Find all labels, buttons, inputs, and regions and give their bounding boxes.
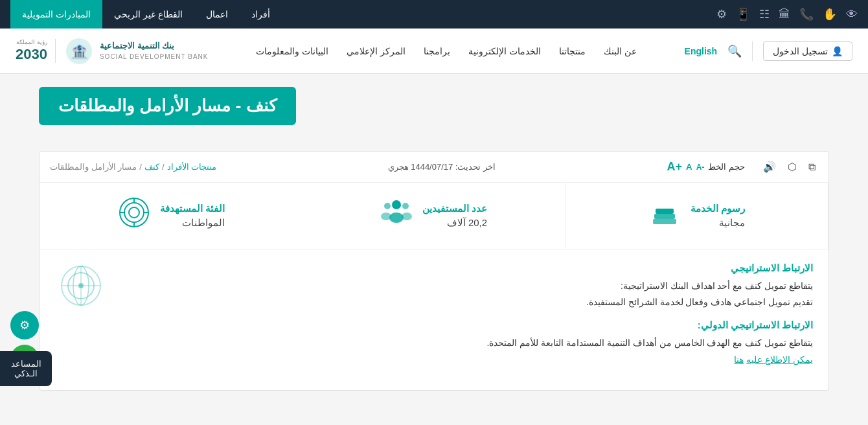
- info-block-fees: رسوم الخدمة مجانية: [565, 183, 828, 249]
- target-label: الفئة المستهدفة: [160, 203, 225, 214]
- site-header: 👤 تسجيل الدخول 🔍 English عن البنك منتجات…: [0, 29, 868, 74]
- svg-point-13: [129, 207, 139, 218]
- svg-rect-4: [656, 209, 674, 214]
- logo-text: بنك التنمية الاجتماعية SOCIAL DEVELOPMEN…: [100, 40, 209, 61]
- main-navigation: عن البنك منتجاتنا الخدمات الإلكترونية بر…: [247, 29, 646, 74]
- top-nav-links: أفراد اعمال القطاع غير الربحي المبادرات …: [10, 0, 282, 29]
- strategic-text-2: يتقاطع تمويل كنف مع الهدف الخامس من أهدا…: [120, 335, 813, 367]
- top-nav-icons: 👁 ✋ 📞 🏛 ☷ 📱 ⚙: [716, 7, 858, 21]
- nav-media[interactable]: المركز الإعلامي: [337, 29, 415, 74]
- login-label: تسجيل الدخول: [773, 46, 828, 56]
- logo-text-en: SOCIAL DEVELOPMENT BANK: [100, 52, 209, 62]
- page-content: كنف - مسار الأرامل والمطلقات ⧉ ⬡ 🔊 حجم ا…: [13, 74, 855, 404]
- nav-about[interactable]: عن البنك: [595, 29, 646, 74]
- content-card: ⧉ ⬡ 🔊 حجم الخط -A A +A اخر تحديث: 1444/0…: [39, 151, 829, 391]
- toolbar-icons: ⧉ ⬡ 🔊: [760, 158, 818, 176]
- beneficiaries-label: عدد المستفيدين: [422, 203, 487, 214]
- target-value: المواطنات: [160, 217, 225, 229]
- svg-point-7: [402, 203, 409, 209]
- font-normal-button[interactable]: A: [686, 162, 692, 172]
- vision-text: رؤية المملكة 2030: [16, 39, 47, 63]
- info-block-beneficiaries: عدد المستفيدين 20,2 آلاف: [302, 183, 565, 249]
- strategic-text-1: يتقاطع تمويل كنف مع أحد اهداف البنك الاس…: [120, 278, 813, 310]
- ai-label-1: المساعد: [10, 359, 41, 369]
- details-text: الارتباط الاستراتيجي يتقاطع تمويل كنف مع…: [120, 262, 813, 377]
- logo-text-ar: بنك التنمية الاجتماعية: [100, 40, 174, 52]
- ai-assistant-button[interactable]: المساعد الـذكي: [0, 351, 52, 386]
- org-icon[interactable]: ☷: [759, 7, 770, 21]
- svg-point-10: [381, 212, 391, 220]
- svg-point-5: [392, 200, 401, 209]
- settings-float-button[interactable]: ⚙: [10, 311, 39, 339]
- nav-initiatives[interactable]: المبادرات التمويلية: [10, 0, 102, 29]
- strategic-icon-area: [55, 262, 107, 317]
- login-button[interactable]: 👤 تسجيل الدخول: [763, 41, 852, 61]
- eye-icon[interactable]: 👁: [846, 8, 858, 21]
- breadcrumb-products[interactable]: منتجات الأفراد: [167, 162, 217, 172]
- breadcrumb-current: مسار الأرامل والمطلقات: [50, 162, 137, 172]
- info-blocks: رسوم الخدمة مجانية عدد: [40, 183, 828, 249]
- share-button[interactable]: ⬡: [785, 158, 799, 176]
- nav-nonprofit[interactable]: القطاع غير الربحي: [102, 0, 194, 29]
- nav-eservices[interactable]: الخدمات الإلكترونية: [459, 29, 550, 74]
- header-divider: [752, 41, 753, 61]
- fees-value: مجانية: [691, 217, 745, 229]
- here-link[interactable]: هنا: [734, 354, 744, 365]
- svg-point-12: [124, 203, 144, 222]
- bank-logo-icon: 🏦: [65, 37, 93, 65]
- font-decrease-button[interactable]: -A: [696, 163, 705, 172]
- user-icon: 👤: [832, 46, 843, 56]
- info-block-target: الفئة المستهدفة المواطنات: [40, 183, 302, 249]
- svg-rect-3: [654, 214, 675, 219]
- toolbar-left: ⧉ ⬡ 🔊 حجم الخط -A A +A: [667, 158, 818, 176]
- header-left-controls: 👤 تسجيل الدخول 🔍 English: [685, 41, 852, 61]
- nav-products[interactable]: منتجاتنا: [550, 29, 595, 74]
- nav-aamal[interactable]: اعمال: [194, 0, 240, 29]
- top-navigation: 👁 ✋ 📞 🏛 ☷ 📱 ⚙ أفراد اعمال القطاع غير الر…: [0, 0, 868, 29]
- mobile-icon[interactable]: 📱: [736, 7, 750, 21]
- font-label: حجم الخط: [708, 162, 745, 172]
- search-button[interactable]: 🔍: [727, 44, 742, 58]
- svg-point-23: [78, 283, 84, 288]
- phone-icon[interactable]: 📞: [799, 7, 814, 21]
- svg-point-9: [384, 203, 391, 209]
- people-icon: [380, 196, 413, 236]
- beneficiaries-value: 20,2 آلاف: [422, 217, 487, 229]
- audio-button[interactable]: 🔊: [760, 158, 779, 176]
- fees-label: رسوم الخدمة: [691, 203, 745, 214]
- update-date: اخر تحديث: 1444/07/17 هجري: [388, 162, 496, 172]
- language-toggle[interactable]: English: [685, 46, 718, 56]
- font-increase-button[interactable]: +A: [667, 160, 683, 174]
- page-title-banner: كنف - مسار الأرامل والمطلقات: [39, 87, 296, 125]
- ai-label-2: الـذكي: [10, 369, 41, 378]
- vision-year: 2030: [16, 46, 47, 62]
- vision-badge: رؤية المملكة 2030: [16, 39, 56, 63]
- nav-data[interactable]: البيانات والمعلومات: [247, 29, 337, 74]
- hand-icon[interactable]: ✋: [823, 7, 837, 21]
- details-section: الارتباط الاستراتيجي يتقاطع تمويل كنف مع…: [40, 249, 828, 390]
- font-controls: حجم الخط -A A +A: [667, 160, 745, 174]
- content-toolbar: ⧉ ⬡ 🔊 حجم الخط -A A +A اخر تحديث: 1444/0…: [40, 152, 828, 183]
- strategic-title-1: الارتباط الاستراتيجي: [120, 262, 813, 274]
- copy-button[interactable]: ⧉: [806, 159, 818, 176]
- breadcrumb: منتجات الأفراد / كنف / مسار الأرامل والم…: [50, 162, 216, 172]
- target-icon: [117, 196, 151, 236]
- title-row: كنف - مسار الأرامل والمطلقات: [39, 87, 829, 138]
- svg-text:🏦: 🏦: [70, 43, 88, 60]
- nav-programs[interactable]: برامجنا: [415, 29, 459, 74]
- read-more-link[interactable]: يمكن الاطلاع عليه: [746, 354, 813, 365]
- link-icon: [55, 262, 107, 317]
- nav-afrad[interactable]: أفراد: [240, 0, 282, 29]
- strategic-title-2: الارتباط الاستراتيجي الدولي:: [120, 319, 813, 331]
- stack-icon: [648, 196, 681, 236]
- breadcrumb-kanaf[interactable]: كنف: [144, 162, 159, 172]
- svg-point-6: [389, 212, 404, 223]
- building-icon[interactable]: 🏛: [779, 8, 790, 21]
- logo-area: بنك التنمية الاجتماعية SOCIAL DEVELOPMEN…: [16, 37, 208, 65]
- svg-rect-2: [653, 219, 676, 224]
- svg-point-8: [402, 212, 412, 220]
- gear-icon[interactable]: ⚙: [716, 7, 727, 21]
